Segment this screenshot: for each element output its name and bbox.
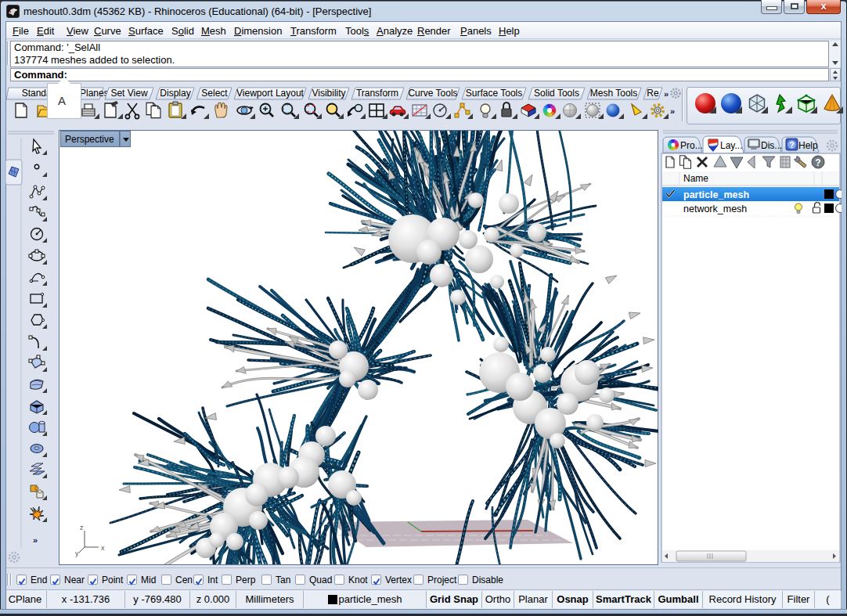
svg-text:Help: Help bbox=[798, 140, 818, 151]
svg-text:»: » bbox=[670, 106, 675, 116]
svg-text:z: z bbox=[80, 524, 84, 531]
svg-text:Visibility: Visibility bbox=[312, 88, 345, 99]
svg-text:»: » bbox=[33, 535, 38, 545]
svg-text:x: x bbox=[101, 544, 105, 552]
svg-text:Pro...: Pro... bbox=[680, 140, 703, 151]
svg-text:network_mesh: network_mesh bbox=[683, 204, 747, 214]
svg-text:Dis...: Dis... bbox=[761, 140, 782, 151]
svg-text:Curve Tools: Curve Tools bbox=[408, 88, 457, 99]
svg-text:Set View: Set View bbox=[110, 88, 147, 99]
svg-text:y: y bbox=[75, 549, 79, 557]
svg-text:Display: Display bbox=[160, 88, 190, 99]
svg-text:particle_mesh: particle_mesh bbox=[683, 189, 749, 200]
svg-text:Surface Tools: Surface Tools bbox=[466, 88, 523, 99]
svg-text:?: ? bbox=[815, 157, 820, 168]
svg-text:Solid Tools: Solid Tools bbox=[534, 88, 579, 99]
svg-text:Mesh Tools: Mesh Tools bbox=[590, 88, 637, 99]
svg-text:Re: Re bbox=[647, 88, 659, 99]
svg-text:Select: Select bbox=[201, 88, 228, 99]
svg-text:Transform: Transform bbox=[356, 88, 398, 99]
svg-text:»: » bbox=[664, 89, 669, 99]
svg-text:?: ? bbox=[789, 141, 794, 149]
svg-text:Lay...: Lay... bbox=[720, 140, 742, 151]
svg-text:Viewport Layout: Viewport Layout bbox=[236, 88, 305, 99]
svg-text:Name: Name bbox=[683, 173, 708, 184]
